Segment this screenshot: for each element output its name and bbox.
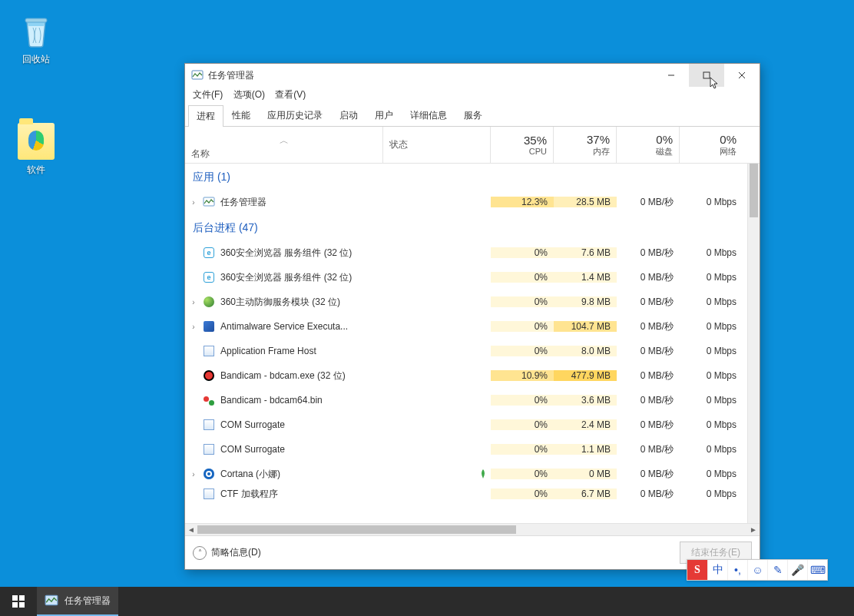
column-status[interactable]: 状态 [383, 127, 491, 163]
fewer-details-button[interactable]: ˄ 简略信息(D) [193, 546, 261, 560]
process-row[interactable]: Bandicam - bdcam.exe (32 位) 10.9% 477.9 … [185, 363, 747, 388]
ime-handwriting-button[interactable]: ✎ [767, 560, 787, 580]
process-network: 0 Mbps [680, 346, 743, 356]
process-row[interactable]: e 360安全浏览器 服务组件 (32 位) 0% 1.4 MB 0 MB/秒 … [185, 265, 747, 290]
process-row[interactable]: › Cortana (小娜) 0% 0 MB 0 MB/秒 0 Mbps [185, 462, 747, 486]
ime-keyboard-button[interactable]: ⌨ [807, 560, 827, 580]
maximize-button[interactable] [689, 64, 724, 87]
task-manager-icon [191, 69, 204, 81]
ime-toolbar[interactable]: S 中 •, ☺ ✎ 🎤 ⌨ [687, 559, 828, 581]
ime-voice-button[interactable]: 🎤 [787, 560, 807, 580]
column-headers: ︿ 名称 状态 35%CPU 37%内存 0%磁盘 0%网络 [185, 127, 760, 164]
column-disk[interactable]: 0%磁盘 [617, 127, 680, 163]
process-network: 0 Mbps [680, 488, 743, 499]
process-list: 应用 (1) › 任务管理器 12.3% 28.5 MB 0 MB/秒 0 Mb… [185, 164, 747, 523]
tab-app-history[interactable]: 应用历史记录 [259, 104, 331, 126]
tab-users[interactable]: 用户 [366, 104, 402, 126]
taskbar-item-task-manager[interactable]: 任务管理器 [37, 587, 118, 616]
expand-toggle[interactable]: › [185, 298, 202, 306]
process-row[interactable]: Bandicam - bdcam64.bin 0% 3.6 MB 0 MB/秒 … [185, 388, 747, 412]
desktop-software-folder[interactable]: 软件 [8, 123, 65, 177]
process-memory: 1.1 MB [554, 444, 617, 455]
tab-startup[interactable]: 启动 [331, 104, 366, 126]
process-disk: 0 MB/秒 [617, 419, 680, 432]
tab-processes[interactable]: 进程 [188, 105, 223, 127]
process-icon [202, 443, 216, 455]
process-cpu: 0% [491, 395, 554, 406]
process-name: Cortana (小娜) [220, 468, 280, 481]
expand-toggle[interactable]: › [185, 470, 202, 479]
process-cpu: 0% [491, 247, 554, 258]
chevron-up-icon: ︿ [191, 134, 376, 147]
process-disk: 0 MB/秒 [617, 369, 680, 383]
process-memory: 104.7 MB [554, 321, 617, 332]
column-cpu[interactable]: 35%CPU [491, 127, 554, 163]
process-name: COM Surrogate [220, 444, 285, 455]
process-network: 0 Mbps [680, 370, 743, 381]
column-memory[interactable]: 37%内存 [554, 127, 617, 163]
tab-services[interactable]: 服务 [455, 104, 491, 126]
process-memory: 28.5 MB [554, 197, 617, 207]
process-name: COM Surrogate [220, 419, 285, 430]
scroll-thumb[interactable] [750, 164, 758, 217]
scrollbar-vertical[interactable] [747, 164, 760, 523]
process-name: 360主动防御服务模块 (32 位) [220, 296, 340, 309]
scroll-thumb[interactable] [197, 525, 516, 534]
process-row[interactable]: › Antimalware Service Executa... 0% 104.… [185, 314, 747, 339]
process-row[interactable]: › 360主动防御服务模块 (32 位) 0% 9.8 MB 0 MB/秒 0 … [185, 290, 747, 314]
close-button[interactable] [724, 64, 760, 87]
menu-view[interactable]: 查看(V) [272, 88, 309, 101]
process-disk: 0 MB/秒 [617, 247, 680, 260]
process-name: Bandicam - bdcam.exe (32 位) [220, 369, 346, 383]
task-manager-icon [45, 594, 58, 608]
scroll-right-arrow[interactable]: ► [747, 524, 760, 536]
start-button[interactable] [0, 587, 37, 616]
ime-emoji-button[interactable]: ☺ [747, 560, 767, 580]
process-network: 0 Mbps [680, 197, 743, 207]
ime-punctuation-button[interactable]: •, [727, 560, 747, 580]
minimize-button[interactable] [654, 64, 689, 87]
process-network: 0 Mbps [680, 419, 743, 430]
process-row[interactable]: e 360安全浏览器 服务组件 (32 位) 0% 7.6 MB 0 MB/秒 … [185, 240, 747, 265]
process-row[interactable]: › 任务管理器 12.3% 28.5 MB 0 MB/秒 0 Mbps [185, 190, 747, 214]
desktop-recycle-bin[interactable]: 回收站 [8, 12, 65, 66]
taskbar-item-label: 任务管理器 [65, 594, 111, 608]
menu-file[interactable]: 文件(F) [190, 88, 226, 101]
process-memory: 1.4 MB [554, 272, 617, 283]
sogou-icon[interactable]: S [687, 560, 707, 580]
process-name: Bandicam - bdcam64.bin [220, 395, 323, 406]
process-disk: 0 MB/秒 [617, 271, 680, 284]
column-network[interactable]: 0%网络 [680, 127, 743, 163]
process-name: Antimalware Service Executa... [220, 321, 348, 332]
menubar: 文件(F) 选项(O) 查看(V) [185, 87, 760, 104]
process-row[interactable]: Application Frame Host 0% 8.0 MB 0 MB/秒 … [185, 339, 747, 363]
window-footer: ˄ 简略信息(D) 结束任务(E) [185, 535, 760, 569]
process-icon [202, 345, 216, 357]
process-cpu: 0% [491, 469, 554, 479]
tab-performance[interactable]: 性能 [223, 104, 259, 126]
menu-options[interactable]: 选项(O) [230, 88, 268, 101]
ime-chinese-button[interactable]: 中 [707, 560, 727, 580]
titlebar[interactable]: 任务管理器 [185, 64, 760, 87]
tab-details[interactable]: 详细信息 [402, 104, 455, 126]
process-disk: 0 MB/秒 [617, 488, 680, 501]
process-row[interactable]: COM Surrogate 0% 1.1 MB 0 MB/秒 0 Mbps [185, 437, 747, 462]
process-row[interactable]: CTF 加载程序 0% 6.7 MB 0 MB/秒 0 Mbps [185, 486, 747, 502]
process-cpu: 0% [491, 321, 554, 332]
process-icon [202, 369, 216, 382]
process-cpu: 0% [491, 346, 554, 356]
recycle-bin-icon [18, 12, 55, 49]
column-name[interactable]: ︿ 名称 [185, 127, 383, 163]
scroll-left-arrow[interactable]: ◄ [185, 524, 197, 536]
process-network: 0 Mbps [680, 272, 743, 283]
process-network: 0 Mbps [680, 321, 743, 332]
expand-toggle[interactable]: › [185, 198, 202, 207]
process-row[interactable]: COM Surrogate 0% 2.4 MB 0 MB/秒 0 Mbps [185, 412, 747, 437]
process-memory: 9.8 MB [554, 296, 617, 307]
expand-toggle[interactable]: › [185, 323, 202, 331]
process-cpu: 10.9% [491, 370, 554, 381]
process-memory: 2.4 MB [554, 419, 617, 430]
group-header-background: 后台进程 (47) [185, 214, 747, 240]
scrollbar-horizontal[interactable]: ◄ ► [185, 523, 760, 535]
process-icon [202, 394, 216, 406]
